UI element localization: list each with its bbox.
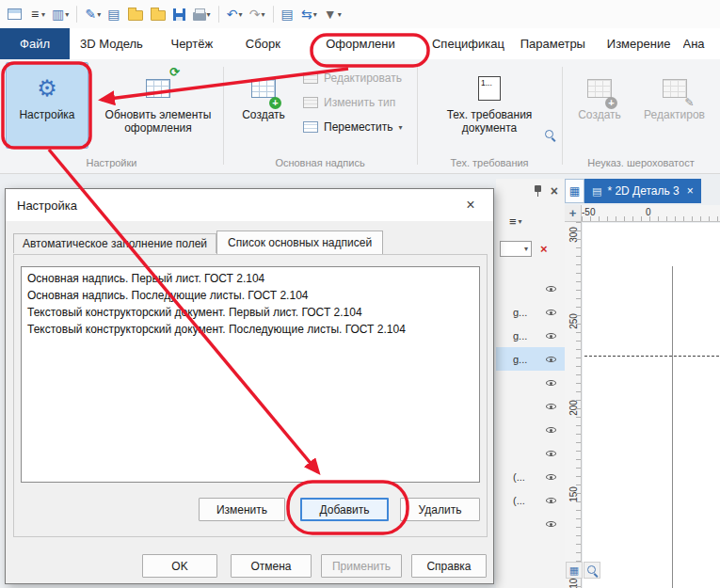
add-button[interactable]: Добавить [300,498,389,521]
tab-bom[interactable]: Спецификац [425,28,511,59]
tab-measure[interactable]: Измерение [595,28,683,59]
dialog-titlebar[interactable]: Настройка × [6,189,493,221]
eye-icon[interactable] [546,401,558,412]
ribbon-tab-bar: Файл 3D Модель Чертёж Сборк Оформлени Сп… [0,28,720,59]
pin-icon[interactable] [534,184,542,198]
tab-parameters[interactable]: Параметры [511,28,595,59]
create-roughness-button[interactable]: + Создать [572,62,627,149]
delete-button[interactable]: Удалить [400,498,480,521]
layer-row[interactable] [496,418,565,441]
sheet-grid-button[interactable]: ▦ [566,562,583,579]
drawing-canvas[interactable] [583,223,720,588]
edit-roughness-button[interactable]: ✎ Редактиров [629,62,720,149]
edit-title-block-button[interactable]: Редактировать [299,67,414,89]
list-options-button[interactable]: ≡▾ [509,215,522,229]
eye-icon[interactable] [546,354,558,365]
tab-analysis[interactable]: Ана [683,28,720,59]
window-layout-icon[interactable]: ▥▾ [49,6,72,24]
layer-row[interactable]: g... [496,324,565,347]
save-icon[interactable] [170,7,189,23]
edit-button[interactable]: Изменить [199,498,285,521]
eye-icon[interactable] [546,283,558,294]
update-annotation-elements-button[interactable]: ⟳ Обновить элементы оформления [94,62,222,149]
ruler-label: 200 [568,400,579,417]
ok-button[interactable]: OK [142,554,217,578]
document-tab[interactable]: ▤ * 2D Деталь 3 × [584,179,701,203]
eye-icon[interactable] [546,377,558,389]
layer-row[interactable] [496,371,565,394]
redo-icon[interactable]: ↷▾ [247,6,268,24]
eye-icon[interactable] [546,330,558,342]
eye-icon[interactable] [546,471,558,483]
filter-combobox[interactable]: ▾ [500,241,532,257]
print-icon[interactable]: ▾ [190,6,214,23]
edit-document-icon[interactable]: ✎▾ [82,6,104,24]
tab-drawing[interactable]: Чертёж [153,28,231,59]
layer-list: g... g... g... (... (... [496,277,565,535]
layer-row[interactable] [496,277,565,300]
ruler-label: 0 [646,207,651,217]
list-item[interactable]: Основная надпись. Первый лист. ГОСТ 2.10… [22,270,479,287]
group-label-settings: Настройки [0,157,223,168]
layer-row[interactable]: (... [496,488,565,512]
dropdown-icon: ▾ [239,10,243,19]
move-button[interactable]: Переместить▾ [299,116,414,138]
group-label-roughness: Неуказ. шероховатост [562,157,720,168]
tab-3d-model[interactable]: 3D Модель [70,28,153,59]
layer-row[interactable] [496,441,565,465]
dialog-launcher-icon[interactable] [544,129,556,141]
apply-button[interactable]: Применить [321,554,402,578]
eye-icon[interactable] [546,448,558,459]
tech-requirements-button[interactable]: 1... Тех. требования документа [428,62,551,149]
side-panel: × ≡▾ ▾ × g... g... g... [496,179,565,588]
help-button[interactable]: Справка [411,554,487,578]
create-title-block-button[interactable]: + Создать [233,62,294,149]
list-item[interactable]: Текстовый конструкторский документ. Перв… [22,304,479,321]
layer-row[interactable] [496,512,565,535]
vertical-ruler: 300250200150100 [565,222,582,588]
cancel-button[interactable]: Отмена [231,554,312,578]
tab-annotation[interactable]: Оформлени [296,28,425,59]
close-icon[interactable]: × [687,184,694,198]
import-folder-icon[interactable] [148,6,169,23]
title-block-list[interactable]: Основная надпись. Первый лист. ГОСТ 2.10… [21,266,480,483]
zoom-sheet-button[interactable] [584,562,600,579]
list-item[interactable]: Текстовый конструкторский документ. Посл… [22,321,479,338]
application-window: ≡▾ ▥▾ ✎▾ ▤ ▾ ↶▾ ↷▾ ▤ ⇆▾ ▼▾ [0,0,720,588]
layer-row[interactable]: g... [496,300,565,324]
layer-row[interactable]: g... [496,347,565,371]
clear-filter-icon[interactable]: × [540,242,548,256]
tab-assembly[interactable]: Сборк [231,28,296,59]
tab-auto-fill-fields[interactable]: Автоматическое заполнение полей [13,233,216,253]
setup-button[interactable]: ⚙ Настройка [6,62,88,149]
eye-icon[interactable] [546,495,558,506]
undo-icon[interactable]: ↶▾ [224,6,246,24]
quick-access-toolbar: ≡▾ ▥▾ ✎▾ ▤ ▾ ↶▾ ↷▾ ▤ ⇆▾ ▼▾ [0,0,720,28]
close-icon[interactable]: × [551,183,558,199]
list-item[interactable]: Основная надпись. Последующие листы. ГОС… [22,287,479,304]
shortcuts-icon[interactable]: ⇆▾ [298,6,320,24]
open-folder-icon[interactable] [125,6,147,23]
layer-row[interactable] [496,394,565,418]
eye-icon[interactable] [546,424,558,436]
app-window-icon[interactable] [5,7,25,22]
pencil-icon: ✎ [684,96,694,109]
tab-file[interactable]: Файл [0,28,70,59]
menu-icon: ≡ [509,215,517,229]
tab-title-block-list[interactable]: Список основных надписей [216,230,383,254]
new-document-icon[interactable]: ▤ [104,6,123,24]
filter-icon[interactable]: ▼▾ [321,6,344,24]
close-icon[interactable]: × [454,197,488,214]
eye-icon[interactable] [546,518,558,530]
document-icon-tab[interactable]: ▦ [565,179,584,203]
tech-req-icon: 1... [478,76,501,101]
layer-row[interactable]: (... [496,465,565,488]
dropdown-icon: ▾ [97,10,101,19]
eye-icon[interactable] [546,307,558,318]
change-type-button[interactable]: Изменить тип [299,91,414,114]
ruler-origin-button[interactable]: + [565,205,582,222]
menu-icon[interactable]: ≡▾ [26,6,48,24]
preview-icon[interactable]: ▤ [279,6,297,24]
gear-icon: ⚙ [37,77,57,100]
ribbon: ⚙ Настройка ⟳ Обновить элементы оформлен… [0,59,720,174]
